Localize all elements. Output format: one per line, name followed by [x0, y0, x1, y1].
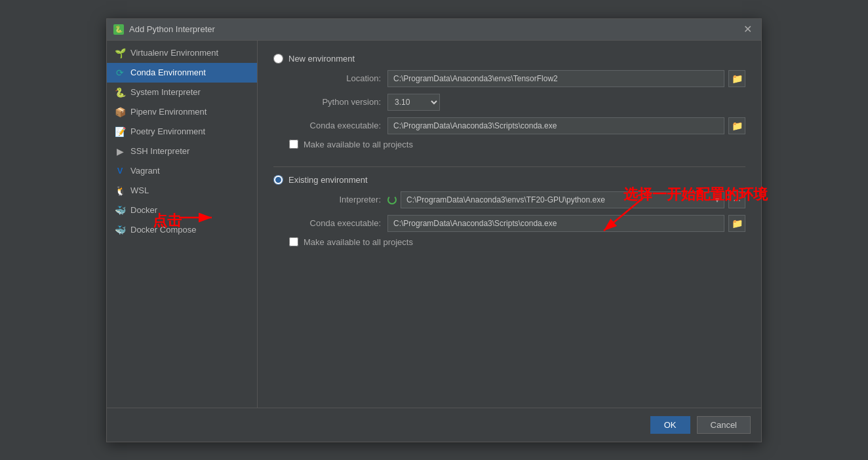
location-browse-button[interactable]: 📁	[728, 70, 745, 87]
docker-compose-icon: 🐳	[115, 225, 125, 235]
sidebar-label-ssh: SSH Interpreter	[130, 146, 189, 156]
new-env-radio-row: New environment	[273, 54, 745, 64]
main-panel: New environment Location: 📁 Python versi…	[258, 41, 761, 408]
existing-env-make-available-checkbox[interactable]	[289, 237, 298, 246]
title-bar: 🐍 Add Python Interpreter ✕	[107, 19, 761, 41]
sidebar-item-system[interactable]: 🐍 System Interpreter	[107, 83, 257, 102]
wsl-icon: 🐧	[115, 185, 125, 196]
conda-icon: ⟳	[115, 67, 125, 78]
section-divider	[273, 166, 745, 167]
sidebar-item-docker[interactable]: 🐳 Docker	[107, 201, 257, 220]
sidebar-label-virtualenv: Virtualenv Environment	[130, 48, 218, 58]
new-conda-exe-wrapper: 📁	[387, 117, 745, 134]
ssh-icon: ▶	[115, 146, 125, 157]
location-input[interactable]	[387, 70, 724, 87]
dialog-title: Add Python Interpreter	[129, 24, 215, 34]
sidebar-label-docker-compose: Docker Compose	[130, 225, 196, 235]
docker-icon: 🐳	[115, 205, 125, 216]
virtualenv-icon: 🌱	[115, 48, 125, 58]
python-version-row: Python version: 3.10	[289, 94, 745, 111]
new-env-make-available-label: Make available to all projects	[304, 140, 413, 149]
poetry-icon: 📝	[115, 126, 125, 137]
python-version-select[interactable]: 3.10	[387, 94, 440, 111]
sidebar-item-docker-compose[interactable]: 🐳 Docker Compose	[107, 220, 257, 240]
python-version-label: Python version:	[289, 97, 381, 107]
sidebar-label-vagrant: Vagrant	[130, 166, 160, 176]
sidebar-label-system: System Interpreter	[130, 87, 201, 97]
location-row: Location: 📁	[289, 70, 745, 87]
close-button[interactable]: ✕	[741, 23, 755, 36]
existing-env-form: Interpreter: C:\ProgramData\Anaconda3\en…	[273, 191, 745, 232]
new-conda-exe-label: Conda executable:	[289, 121, 381, 130]
existing-env-radio[interactable]	[273, 175, 283, 185]
dialog-icon: 🐍	[113, 24, 124, 35]
interpreter-loading-icon	[387, 195, 397, 204]
interpreter-select-wrapper: C:\ProgramData\Anaconda3\envs\TF20-GPU\p…	[401, 191, 724, 208]
existing-conda-exe-label: Conda executable:	[289, 218, 381, 228]
new-env-make-available-checkbox[interactable]	[289, 140, 298, 149]
existing-environment-section: Existing environment Interpreter: C:\Pro…	[273, 175, 745, 247]
new-env-form: Location: 📁 Python version: 3.10	[273, 70, 745, 134]
ok-button[interactable]: OK	[650, 416, 690, 434]
existing-env-label: Existing environment	[288, 175, 368, 185]
sidebar-item-wsl[interactable]: 🐧 WSL	[107, 181, 257, 201]
pipenv-icon: 📦	[115, 107, 125, 117]
system-icon: 🐍	[115, 87, 125, 98]
sidebar-item-virtualenv[interactable]: 🌱 Virtualenv Environment	[107, 43, 257, 63]
sidebar-item-conda[interactable]: ⟳ Conda Environment	[107, 63, 257, 83]
new-conda-exe-browse-button[interactable]: 📁	[728, 117, 745, 134]
new-env-label: New environment	[288, 54, 355, 64]
sidebar-label-wsl: WSL	[130, 185, 149, 195]
interpreter-row: Interpreter: C:\ProgramData\Anaconda3\en…	[289, 191, 745, 208]
interpreter-sidebar: 🌱 Virtualenv Environment ⟳ Conda Environ…	[107, 41, 258, 408]
python-version-wrapper: 3.10	[387, 94, 745, 111]
sidebar-label-poetry: Poetry Environment	[130, 126, 205, 136]
existing-conda-exe-browse-button[interactable]: 📁	[728, 215, 745, 232]
dialog-footer: OK Cancel	[107, 408, 761, 442]
sidebar-item-pipenv[interactable]: 📦 Pipenv Environment	[107, 102, 257, 122]
existing-conda-exe-input[interactable]	[387, 215, 724, 232]
interpreter-label: Interpreter:	[289, 195, 381, 204]
vagrant-icon: V	[115, 166, 125, 176]
new-env-make-available-row: Make available to all projects	[273, 140, 745, 149]
existing-conda-exe-row: Conda executable: 📁	[289, 215, 745, 232]
location-input-wrapper: 📁	[387, 70, 745, 87]
existing-conda-exe-wrapper: 📁	[387, 215, 745, 232]
title-bar-left: 🐍 Add Python Interpreter	[113, 24, 215, 35]
interpreter-extra-button[interactable]: ···	[728, 191, 745, 208]
sidebar-label-docker: Docker	[130, 205, 157, 215]
sidebar-label-conda: Conda Environment	[130, 67, 206, 77]
new-environment-section: New environment Location: 📁 Python versi…	[273, 54, 745, 149]
sidebar-item-vagrant[interactable]: V Vagrant	[107, 161, 257, 181]
sidebar-label-pipenv: Pipenv Environment	[130, 107, 207, 117]
location-label: Location:	[289, 73, 381, 83]
existing-env-radio-row: Existing environment	[273, 175, 745, 185]
new-conda-exe-row: Conda executable: 📁	[289, 117, 745, 134]
existing-env-make-available-row: Make available to all projects	[273, 237, 745, 247]
interpreter-select[interactable]: C:\ProgramData\Anaconda3\envs\TF20-GPU\p…	[401, 191, 724, 208]
sidebar-item-poetry[interactable]: 📝 Poetry Environment	[107, 122, 257, 142]
new-env-radio[interactable]	[273, 54, 283, 64]
interpreter-input-wrapper: C:\ProgramData\Anaconda3\envs\TF20-GPU\p…	[387, 191, 745, 208]
add-interpreter-dialog: 🐍 Add Python Interpreter ✕ 🌱 Virtualenv …	[106, 18, 762, 442]
existing-env-make-available-label: Make available to all projects	[304, 237, 413, 247]
new-conda-exe-input[interactable]	[387, 117, 724, 134]
cancel-button[interactable]: Cancel	[697, 416, 751, 434]
dialog-content: 🌱 Virtualenv Environment ⟳ Conda Environ…	[107, 41, 761, 408]
sidebar-item-ssh[interactable]: ▶ SSH Interpreter	[107, 142, 257, 161]
